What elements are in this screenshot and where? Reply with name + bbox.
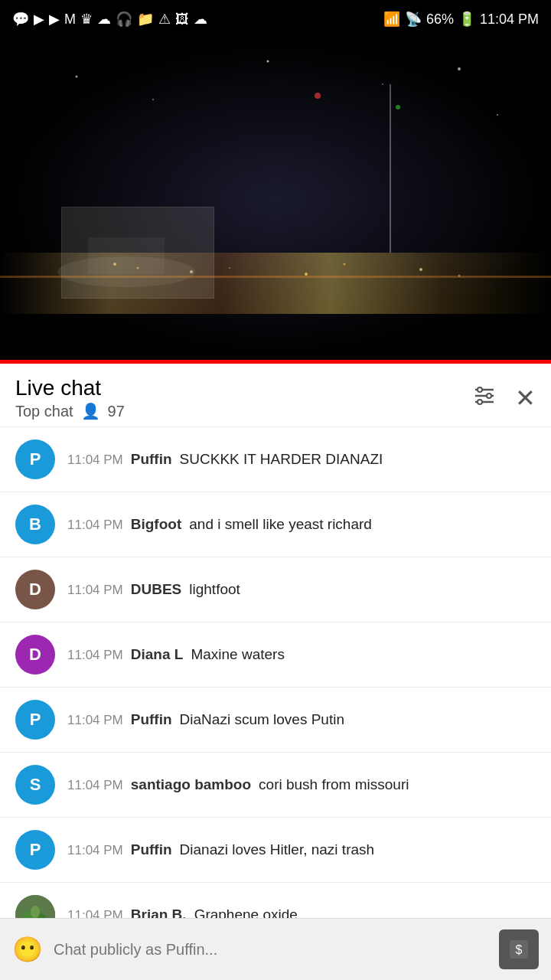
svg-point-23 [478,387,482,392]
avatar: P [15,439,55,479]
message-author: Puffin [131,841,172,858]
message-author: DUBES [131,581,182,598]
status-bar: 💬 ▶ ▶ M ♛ ☁ 🎧 📁 ⚠ 🖼 ☁ 📶 📡 66% 🔋 11:04 PM [0,0,551,38]
mastodon-icon: M [64,11,76,28]
message-author: santiago bamboo [131,776,251,793]
message-content: 11:04 PM Puffin SUCKKK IT HARDER DIANAZI [67,451,536,468]
svg-point-2 [267,60,269,63]
chat-sub-row: Top chat 👤 97 [15,402,125,420]
message-meta: 11:04 PM Puffin SUCKKK IT HARDER DIANAZI [67,451,536,468]
message-time: 11:04 PM [67,713,123,728]
message-row: P 11:04 PM Puffin SUCKKK IT HARDER DIANA… [0,427,551,492]
chat-header: Live chat Top chat 👤 97 ✕ [0,364,551,427]
cloud2-icon: ☁ [194,11,207,28]
chat-input[interactable] [54,941,488,959]
svg-point-1 [152,99,154,100]
message-time: 11:04 PM [67,452,123,468]
message-text: SUCKKK IT HARDER DIANAZI [180,451,383,468]
message-text: DiaNazi scum loves Putin [180,711,344,728]
avatar: D [15,570,55,609]
headphone-icon: 🎧 [116,11,132,28]
chat-header-info: Live chat Top chat 👤 97 [15,376,125,420]
message-row: S 11:04 PM santiago bamboo cori bush fro… [0,753,551,818]
svg-point-15 [458,275,461,277]
message-text: Dianazi loves Hitler, nazi trash [180,841,375,858]
svg-point-11 [229,267,230,269]
signal-icon: 📡 [405,11,422,28]
avatar: P [15,830,55,870]
crown-icon: ♛ [80,11,93,28]
battery-icon: 🔋 [458,11,475,28]
svg-point-5 [497,114,498,116]
message-author: Bigfoot [131,516,181,533]
message-row: D 11:04 PM DUBES lightfoot [0,557,551,622]
message-text: Maxine waters [191,646,285,663]
message-text: and i smell like yeast richard [189,516,372,533]
message-author: Diana L [131,646,184,663]
image-icon: 🖼 [175,11,189,28]
avatar: P [15,700,55,740]
close-button[interactable]: ✕ [515,384,536,413]
message-time: 11:04 PM [67,843,123,858]
youtube-icon: ▶ [34,11,44,28]
folder-icon: 📁 [137,11,154,28]
youtube2-icon: ▶ [49,11,60,28]
message-time: 11:04 PM [67,583,123,598]
message-row: P 11:04 PM Puffin Dianazi loves Hitler, … [0,818,551,883]
svg-point-13 [344,263,346,266]
message-row: B 11:04 PM Bigfoot and i smell like yeas… [0,492,551,557]
message-meta: 11:04 PM Puffin DiaNazi scum loves Putin [67,711,536,728]
avatar: D [15,635,55,675]
chat-mode-label[interactable]: Top chat [15,403,73,420]
send-button[interactable]: $ [499,929,539,969]
system-status: 📶 📡 66% 🔋 11:04 PM [383,11,539,28]
message-author: Puffin [131,451,172,468]
message-time: 11:04 PM [67,518,123,533]
message-content: 11:04 PM santiago bamboo cori bush from … [67,776,536,793]
message-content: 11:04 PM Puffin DiaNazi scum loves Putin [67,711,536,728]
message-time: 11:04 PM [67,778,123,793]
battery-text: 66% [426,11,454,28]
message-content: 11:04 PM Puffin Dianazi loves Hitler, na… [67,841,536,858]
message-content: 11:04 PM Bigfoot and i smell like yeast … [67,516,536,533]
sms-icon: 💬 [12,11,29,28]
svg-point-24 [487,394,491,398]
avatar: S [15,765,55,805]
time-display: 11:04 PM [480,11,539,28]
message-text: lightfoot [189,581,240,598]
message-meta: 11:04 PM DUBES lightfoot [67,581,536,598]
warning-icon: ⚠ [158,11,171,28]
chat-input-area: 😶 $ [0,918,551,980]
message-content: 11:04 PM DUBES lightfoot [67,581,536,598]
message-author: Puffin [131,711,172,728]
cloud-icon: ☁ [97,11,111,28]
filter-button[interactable] [472,384,497,413]
message-text: cori bush from missouri [259,776,409,793]
svg-point-12 [305,273,308,276]
messages-list: P 11:04 PM Puffin SUCKKK IT HARDER DIANA… [0,427,551,948]
chat-header-actions: ✕ [472,384,536,413]
message-meta: 11:04 PM Puffin Dianazi loves Hitler, na… [67,841,536,858]
avatar: B [15,505,55,544]
video-player[interactable] [0,38,551,360]
message-meta: 11:04 PM santiago bamboo cori bush from … [67,776,536,793]
message-meta: 11:04 PM Diana L Maxine waters [67,646,536,663]
message-content: 11:04 PM Diana L Maxine waters [67,646,536,663]
message-row: D 11:04 PM Diana L Maxine waters [0,622,551,688]
svg-point-4 [458,67,461,70]
video-background [0,38,551,360]
message-time: 11:04 PM [67,648,123,663]
emoji-button[interactable]: 😶 [12,935,43,964]
viewer-count: 97 [108,403,125,420]
svg-point-16 [315,93,321,99]
svg-point-25 [478,400,482,404]
svg-point-14 [419,268,422,271]
svg-rect-19 [88,237,165,274]
video-overlay-svg [0,38,551,360]
svg-point-0 [76,76,78,78]
svg-point-3 [382,83,383,85]
viewer-icon: 👤 [81,402,100,420]
message-meta: 11:04 PM Bigfoot and i smell like yeast … [67,516,536,533]
wifi-icon: 📶 [383,11,400,28]
svg-text:$: $ [516,943,523,956]
